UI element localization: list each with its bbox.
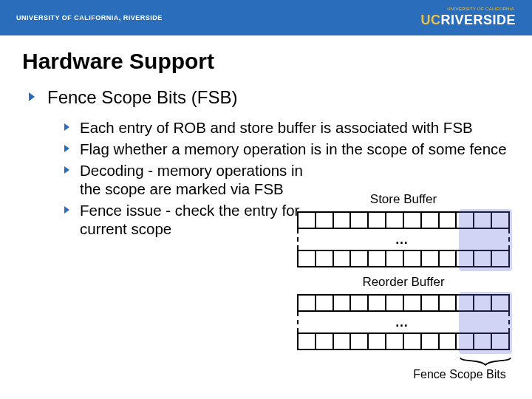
- logo-subtext: UNIVERSITY OF CALIFORNIA: [447, 7, 514, 11]
- reorder-buffer-label: Reorder Buffer: [297, 275, 510, 290]
- buffer-gap: …: [297, 229, 510, 250]
- fsb-label: Fence Scope Bits: [400, 368, 519, 381]
- ellipsis-icon: …: [395, 232, 412, 248]
- bullet-text: Flag whether a memory operation is in th…: [80, 140, 507, 158]
- buffer-row: [297, 250, 510, 267]
- header-bar: UNIVERSITY OF CALIFORNIA, RIVERSIDE UNIV…: [0, 0, 532, 35]
- curly-brace-icon: [459, 356, 512, 366]
- logo-riverside: RIVERSIDE: [440, 13, 516, 27]
- bullet-text: Fence issue - check the entry for curren…: [80, 201, 316, 238]
- bullet-text: Decoding - memory operations in the scop…: [80, 161, 316, 198]
- chevron-right-icon: [64, 123, 71, 132]
- store-buffer-label: Store Buffer: [297, 192, 510, 207]
- chevron-right-icon: [64, 144, 71, 153]
- buffer-gap: …: [297, 312, 510, 332]
- buffer-row: [297, 211, 510, 229]
- heading-fsb: Fence Scope Bits (FSB): [47, 87, 237, 108]
- bullet-level1: Fence Scope Bits (FSB): [28, 87, 510, 108]
- chevron-right-icon: [28, 92, 37, 102]
- logo: UNIVERSITY OF CALIFORNIA UCRIVERSIDE: [420, 8, 516, 28]
- bullet-level2: Each entry of ROB and store buffer is as…: [64, 118, 510, 137]
- slide-title: Hardware Support: [22, 49, 510, 74]
- bullet-text: Each entry of ROB and store buffer is as…: [80, 118, 473, 137]
- logo-uc: UC: [420, 13, 440, 27]
- buffer-row: [297, 294, 510, 312]
- university-name-left: UNIVERSITY OF CALIFORNIA, RIVERSIDE: [16, 14, 163, 21]
- bullet-level2: Flag whether a memory operation is in th…: [64, 140, 510, 158]
- buffer-row: [297, 332, 510, 350]
- ellipsis-icon: …: [395, 315, 412, 330]
- reorder-buffer: …: [297, 294, 510, 352]
- chevron-right-icon: [64, 166, 71, 174]
- chevron-right-icon: [64, 205, 71, 214]
- store-buffer: …: [297, 211, 510, 269]
- buffer-diagram: Store Buffer … Reorder Buffer …: [297, 192, 510, 377]
- slide-content: Hardware Support Fence Scope Bits (FSB) …: [0, 35, 532, 399]
- brace-wrap: Fence Scope Bits: [297, 355, 510, 377]
